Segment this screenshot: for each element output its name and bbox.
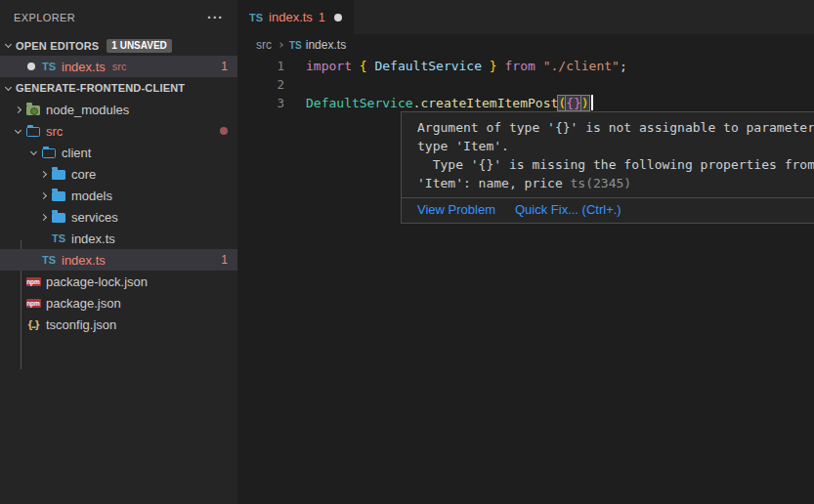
tooltip-message-line: type 'Item'.: [417, 137, 814, 155]
tooltip-message-line: 'Item': name, price ts(2345): [417, 174, 814, 192]
text-cursor: [591, 95, 593, 110]
breadcrumb-folder[interactable]: src: [256, 38, 272, 52]
code-line-1: 1 import { DefaultService } from "./clie…: [237, 57, 814, 75]
vscode-window: EXPLORER ··· OPEN EDITORS 1 UNSAVED TS i…: [0, 0, 814, 504]
code-token: {: [360, 59, 367, 73]
ts-icon: TS: [289, 40, 302, 51]
file-tree: node_modules src client core: [0, 99, 237, 335]
tab-unsaved-dot-icon[interactable]: [334, 14, 342, 21]
chevron-down-icon[interactable]: [0, 87, 16, 90]
ts-icon: TS: [41, 59, 57, 74]
code-token: DefaultService: [367, 59, 490, 73]
tab-bar: TS index.ts 1: [237, 0, 814, 34]
chevron-right-icon[interactable]: [35, 215, 51, 220]
ts-icon: TS: [249, 12, 263, 23]
breadcrumb-file[interactable]: index.ts: [306, 38, 346, 52]
explorer-sidebar: EXPLORER ··· OPEN EDITORS 1 UNSAVED TS i…: [0, 0, 237, 504]
code-area[interactable]: 1 import { DefaultService } from "./clie…: [237, 56, 814, 112]
editor-area: TS index.ts 1 src TS index.ts 1 import {…: [237, 0, 814, 504]
ts-icon: TS: [51, 231, 66, 246]
tab-index-ts[interactable]: TS index.ts 1: [237, 0, 354, 34]
line-number: 3: [237, 94, 284, 112]
code-token: (: [558, 96, 566, 110]
explorer-title: EXPLORER: [14, 12, 75, 23]
section-workspace-root[interactable]: GENERATE-FRONTEND-CLIENT: [0, 77, 237, 99]
npm-icon: npm: [25, 295, 41, 311]
code-token: createItemItemPost: [420, 96, 558, 110]
folder-icon: [51, 209, 66, 225]
tooltip-message-line: Type '{}' is missing the following prope…: [417, 155, 814, 174]
code-token: "./client": [543, 59, 620, 73]
chevron-right-icon: [278, 42, 283, 48]
code-token: DefaultService: [306, 96, 413, 110]
tooltip-error-code: ts(2345): [571, 176, 632, 190]
tab-error-count: 1: [319, 11, 325, 24]
line-number: 2: [237, 75, 284, 94]
modified-dot-icon: [220, 127, 228, 135]
open-folder-icon: [25, 123, 41, 139]
code-token: ;: [620, 59, 627, 73]
unsaved-dot-icon: [27, 63, 35, 70]
code-token: from: [505, 59, 543, 73]
tree-item-index-ts-src[interactable]: TS index.ts 1: [0, 249, 237, 271]
section-open-editors[interactable]: OPEN EDITORS 1 UNSAVED: [0, 35, 237, 56]
tree-item-tsconfig-json[interactable]: {..} tsconfig.json: [0, 314, 237, 335]
folder-icon: [51, 188, 66, 203]
chevron-right-icon[interactable]: [10, 107, 25, 112]
open-folder-icon: [41, 145, 57, 160]
folder-icon: [51, 166, 66, 182]
explorer-header: EXPLORER ···: [0, 0, 237, 35]
breadcrumb: src TS index.ts: [237, 34, 814, 56]
line-number: 1: [237, 57, 284, 75]
tree-item-src[interactable]: src: [0, 120, 237, 142]
chevron-down-icon[interactable]: [0, 44, 16, 47]
error-message: Argument of type '{}' is not assignable …: [402, 112, 814, 197]
view-problem-link[interactable]: View Problem: [417, 202, 495, 217]
npm-icon: npm: [25, 273, 41, 289]
file-detail: src: [112, 61, 127, 72]
tree-item-client[interactable]: client: [0, 142, 237, 163]
tree-item-node-modules[interactable]: node_modules: [0, 99, 237, 120]
code-token: import: [306, 59, 360, 73]
tree-item-core[interactable]: core: [0, 163, 237, 185]
chevron-down-icon[interactable]: [25, 151, 41, 154]
tooltip-message-line: Argument of type '{}' is not assignable …: [417, 118, 814, 137]
chevron-down-icon[interactable]: [10, 130, 25, 133]
tree-item-models[interactable]: models: [0, 185, 237, 206]
unsaved-badge: 1 UNSAVED: [107, 39, 172, 53]
error-count-badge: 1: [221, 60, 228, 73]
more-actions-icon[interactable]: ···: [207, 13, 224, 22]
quick-fix-link[interactable]: Quick Fix... (Ctrl+.): [515, 202, 621, 217]
code-token: ): [581, 96, 589, 110]
open-editor-item[interactable]: TS index.ts src 1: [0, 56, 237, 77]
tree-item-package-lock-json[interactable]: npm package-lock.json: [0, 271, 237, 292]
tooltip-actions: View Problem Quick Fix... (Ctrl+.): [402, 197, 814, 223]
code-token: }: [490, 59, 497, 73]
code-line-2: 2: [237, 75, 814, 94]
braces-icon: {..}: [25, 316, 41, 332]
chevron-right-icon[interactable]: [35, 172, 51, 177]
code-line-3: 3 DefaultService.createItemItemPost({}): [237, 94, 814, 112]
tree-item-services[interactable]: services: [0, 206, 237, 228]
error-count-badge: 1: [221, 253, 228, 267]
tree-item-package-json[interactable]: npm package.json: [0, 292, 237, 314]
tree-item-index-ts-client[interactable]: TS index.ts: [0, 228, 237, 249]
tab-file-name: index.ts: [269, 10, 313, 24]
ts-icon: TS: [41, 252, 57, 268]
node-modules-folder-icon: [25, 102, 41, 117]
chevron-right-icon[interactable]: [35, 193, 51, 198]
code-token-error: {}: [566, 96, 581, 110]
error-tooltip: Argument of type '{}' is not assignable …: [401, 111, 814, 224]
file-name: index.ts: [62, 60, 106, 74]
